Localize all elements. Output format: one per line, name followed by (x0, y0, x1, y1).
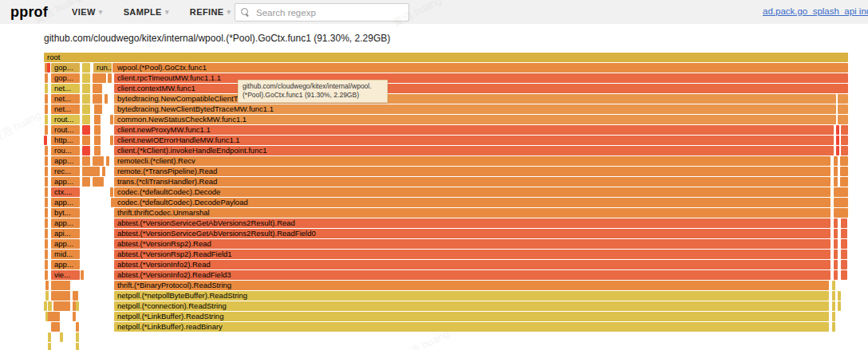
flame-frame-sliver[interactable] (51, 291, 70, 301)
flame-frame[interactable]: root (44, 53, 848, 62)
flame-frame-sliver[interactable] (840, 167, 848, 176)
flame-frame-sliver[interactable] (838, 94, 848, 104)
flame-frame-sliver[interactable] (832, 281, 835, 290)
flame-frame[interactable]: rout... (51, 115, 80, 124)
flame-frame-sliver[interactable] (93, 84, 102, 93)
flame-frame-sliver[interactable] (841, 218, 847, 228)
flame-frame[interactable]: ctx.... (51, 187, 80, 197)
flame-frame-sliver[interactable] (832, 322, 835, 332)
flame-frame-sliver[interactable] (76, 343, 79, 350)
flame-frame-sliver[interactable] (48, 301, 52, 311)
flame-frame[interactable]: bytedtracing.NewClientBytedTraceMW.func1… (114, 104, 836, 114)
flame-frame-sliver[interactable] (94, 104, 102, 114)
flame-frame-sliver[interactable] (838, 301, 841, 311)
flame-frame-sliver[interactable] (840, 156, 848, 166)
flame-frame[interactable]: wpool.(*Pool).GoCtx.func1 (114, 63, 848, 73)
flame-frame[interactable]: http... (51, 136, 80, 145)
flame-frame[interactable]: rout... (51, 125, 80, 135)
flame-frame-sliver[interactable] (94, 115, 101, 124)
flame-frame-sliver[interactable] (841, 125, 848, 135)
flame-frame-sliver[interactable] (82, 94, 90, 104)
flame-frame-sliver[interactable] (45, 229, 48, 238)
flame-frame-sliver[interactable] (841, 229, 847, 238)
flame-frame[interactable]: remotecli.(*client).Recv (114, 156, 831, 166)
flame-frame-sliver[interactable] (834, 208, 848, 218)
flame-frame-sliver[interactable] (841, 146, 848, 155)
flame-frame[interactable]: abtest.(*VersionServiceGetAbVersions2Res… (114, 229, 831, 238)
flame-frame[interactable]: client.newIOErrorHandleMW.func1.1 (114, 136, 834, 145)
flame-frame[interactable]: netpoll.(*LinkBuffer).readBinary (114, 322, 829, 332)
flame-frame[interactable]: rec... (51, 167, 80, 176)
flame-frame[interactable]: client.contextMW.func1 (114, 84, 848, 93)
flame-frame[interactable]: client.newProxyMW.func1.1 (114, 125, 834, 135)
flame-frame[interactable]: rou... (51, 146, 80, 155)
flame-frame[interactable]: abtest.(*VersionInfo2).ReadField3 (114, 270, 831, 280)
flame-frame-sliver[interactable] (73, 312, 76, 321)
flame-frame-sliver[interactable] (45, 239, 48, 249)
flame-frame[interactable]: app... (51, 156, 80, 166)
flame-frame-sliver[interactable] (82, 104, 90, 114)
flame-frame[interactable]: net... (51, 84, 80, 93)
flame-frame-sliver[interactable] (110, 187, 113, 197)
flame-frame[interactable]: bytedtracing.NewCompatibleClientTracerMW… (114, 94, 836, 104)
flame-frame-sliver[interactable] (834, 187, 848, 197)
flame-frame-sliver[interactable] (45, 281, 49, 290)
flame-frame-sliver[interactable] (45, 291, 49, 301)
flame-frame[interactable]: byt... (51, 208, 80, 218)
flame-frame-sliver[interactable] (51, 281, 70, 290)
flame-frame[interactable]: mid... (51, 250, 80, 259)
flame-frame-sliver[interactable] (76, 322, 79, 332)
flame-frame-sliver[interactable] (60, 332, 63, 342)
flame-frame-sliver[interactable] (45, 73, 48, 83)
menu-view[interactable]: VIEW ▾ (72, 7, 103, 17)
flame-frame-sliver[interactable] (834, 250, 838, 259)
flame-frame-sliver[interactable] (82, 156, 90, 166)
flame-frame-sliver[interactable] (82, 136, 90, 145)
flame-frame[interactable]: api... (51, 229, 80, 238)
flame-frame-sliver[interactable] (838, 104, 848, 114)
flame-frame-sliver[interactable] (53, 301, 70, 311)
flame-frame[interactable]: common.NewStatusCheckMW.func1.1 (114, 115, 836, 124)
flame-frame-sliver[interactable] (45, 167, 48, 176)
search-box[interactable] (235, 3, 409, 22)
flame-frame-sliver[interactable] (93, 156, 104, 166)
flame-frame-sliver[interactable] (48, 343, 51, 350)
flame-frame-sliver[interactable] (45, 218, 48, 228)
flame-frame-sliver[interactable] (45, 208, 48, 218)
flame-frame[interactable]: app... (51, 239, 80, 249)
flame-frame[interactable]: client.(*kClient).invokeHandleEndpoint.f… (114, 146, 834, 155)
flame-frame[interactable]: app... (51, 198, 80, 207)
flame-frame-sliver[interactable] (102, 167, 105, 176)
flame-frame-sliver[interactable] (93, 73, 106, 83)
flame-frame-sliver[interactable] (834, 239, 838, 249)
flame-frame-sliver[interactable] (82, 125, 90, 135)
flame-frame-sliver[interactable] (82, 63, 90, 73)
flame-frame-sliver[interactable] (45, 115, 48, 124)
flame-frame-sliver[interactable] (45, 125, 48, 135)
flame-frame-sliver[interactable] (841, 239, 847, 249)
flame-frame-sliver[interactable] (81, 270, 84, 280)
flame-frame[interactable]: run... (93, 63, 112, 73)
flame-frame-sliver[interactable] (44, 301, 47, 311)
flame-frame[interactable]: abtest.(*VersionInfo2).Read (114, 260, 831, 269)
menu-refine[interactable]: REFINE ▾ (190, 7, 231, 17)
flame-frame-sliver[interactable] (841, 260, 847, 269)
flame-frame-sliver[interactable] (93, 94, 102, 104)
search-input[interactable] (254, 7, 398, 18)
flame-frame-sliver[interactable] (45, 198, 48, 207)
flame-frame-sliver[interactable] (45, 104, 48, 114)
flame-frame[interactable]: thrift.thriftCodec.Unmarshal (114, 208, 831, 218)
flame-frame[interactable]: net... (51, 94, 80, 104)
flame-frame[interactable]: app... (51, 177, 80, 187)
flame-frame-sliver[interactable] (834, 229, 838, 238)
flame-frame[interactable]: vie... (51, 270, 80, 280)
flame-frame-sliver[interactable] (48, 332, 51, 342)
flame-frame[interactable]: app... (51, 260, 80, 269)
flame-frame-sliver[interactable] (94, 146, 101, 155)
flame-frame-sliver[interactable] (51, 322, 60, 332)
flame-frame-sliver[interactable] (841, 270, 847, 280)
flame-frame[interactable]: gop... (51, 73, 80, 83)
flame-frame-sliver[interactable] (106, 156, 109, 166)
flame-frame-sliver[interactable] (93, 177, 104, 187)
flame-frame[interactable]: client.rpcTimeoutMW.func1.1.1 (114, 73, 848, 83)
